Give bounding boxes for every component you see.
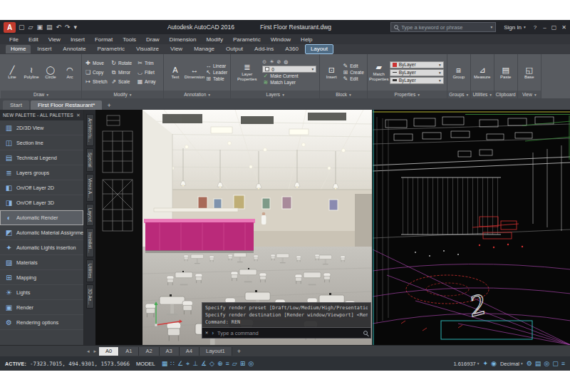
palette-side-tab[interactable]: Layout <box>86 204 94 226</box>
minimize-button[interactable]: – <box>543 24 546 31</box>
palette-item[interactable]: ▣ Render <box>0 300 83 315</box>
ribbon-button[interactable]: ≋ Match Layer <box>262 80 316 86</box>
annotation-scale-control[interactable]: 1.616937 ▾ <box>453 361 479 367</box>
layout-prev-icon[interactable]: ◂ <box>86 349 91 354</box>
panel-label-utilities[interactable]: Utilities▾ <box>471 91 494 98</box>
ortho-icon[interactable]: ⊥ <box>192 360 198 367</box>
autoscale-icon[interactable]: ◉ <box>491 360 497 367</box>
palette-item[interactable]: ◧ On/Off Layer 2D <box>0 180 83 195</box>
menu-item[interactable]: Dimension <box>165 36 202 43</box>
ribbon-tab[interactable]: A360 <box>280 45 304 53</box>
ribbon-button[interactable]: ⊿ Measure <box>474 66 491 80</box>
ribbon-button[interactable]: ↔ Linear <box>205 63 227 69</box>
layer-combo[interactable]: 0 ▾ <box>262 66 316 73</box>
save-icon[interactable]: ▣ <box>36 24 43 31</box>
bylayer-combo[interactable]: ByLayer ▾ <box>390 69 444 76</box>
palette-item[interactable]: ◐ Automatic Render <box>0 210 83 225</box>
qat-dropdown-icon[interactable]: ▾ <box>74 24 78 31</box>
palette-side-tab[interactable]: 3D Ae... <box>86 284 94 309</box>
ribbon-tab[interactable]: Parametric <box>92 45 130 53</box>
ribbon-tab[interactable]: Add-ins <box>249 45 279 53</box>
bylayer-combo[interactable]: ByLayer ▾ <box>390 61 444 68</box>
command-close-icon[interactable]: ✕ <box>205 330 208 336</box>
clean-screen-icon[interactable]: ▢ <box>552 360 559 367</box>
palette-item[interactable]: ⚙ Rendering options <box>0 315 83 330</box>
menu-item[interactable]: Tools <box>118 36 141 43</box>
selection-cycling-icon[interactable]: ⊞ <box>240 360 246 367</box>
panel-label-block[interactable]: Block▾ <box>320 91 367 98</box>
ribbon-button[interactable]: ⧈ Group <box>450 66 467 80</box>
ribbon-button[interactable]: A Text <box>167 66 184 80</box>
layout-next-icon[interactable]: ▸ <box>93 349 98 354</box>
palette-side-tab[interactable]: Utilities <box>86 259 94 282</box>
maximize-button[interactable]: ▢ <box>551 24 557 31</box>
ribbon-button[interactable]: ◱ Base <box>521 66 538 80</box>
plot-icon[interactable]: ▤ <box>46 24 53 31</box>
menu-item[interactable]: Format <box>90 36 118 43</box>
palette-side-tab[interactable]: Architectu... <box>86 114 94 146</box>
undo-icon[interactable]: ↶ <box>56 24 61 31</box>
ribbon-tab[interactable]: Layout <box>305 44 333 54</box>
insert-block-button[interactable]: ⊡ Insert <box>323 66 340 80</box>
panel-label-view[interactable]: View▾ <box>518 91 541 98</box>
ribbon-tab[interactable]: Manage <box>189 45 219 53</box>
ribbon-tab[interactable]: Output <box>221 45 248 53</box>
quick-properties-icon[interactable]: ▤ <box>535 360 542 367</box>
menu-item[interactable]: Window <box>266 36 296 43</box>
infocenter-search[interactable]: Type a keyword or phrase ▾ <box>390 22 496 32</box>
ribbon-tab[interactable]: View <box>165 45 187 53</box>
isolate-objects-icon[interactable]: ◎ <box>544 360 549 367</box>
menu-item[interactable]: Draw <box>141 36 165 43</box>
file-tab[interactable]: First Floor Restaurant* <box>31 100 102 110</box>
model-space-toggle[interactable]: MODEL <box>133 360 158 368</box>
layout-tab[interactable]: A3 <box>160 347 180 356</box>
ribbon-button[interactable]: ◠ Arc <box>61 66 78 80</box>
palette-item[interactable]: ▤ Technical Legend <box>0 150 83 165</box>
ribbon-button[interactable]: ✓ Make Current <box>262 73 316 79</box>
autocad-logo-icon[interactable]: A <box>4 22 16 33</box>
left-wireframe-region[interactable] <box>95 110 142 345</box>
palette-item[interactable]: ☀ Lights <box>0 285 83 300</box>
ribbon-button[interactable]: ❏ Copy <box>85 70 110 76</box>
dynamic-input-icon[interactable]: ⌖ <box>186 360 190 368</box>
new-tab-button[interactable]: + <box>103 101 114 110</box>
layer-lock-icon[interactable]: ⊘ <box>276 59 281 65</box>
wireframe-viewport[interactable]: 2 <box>372 110 570 345</box>
ribbon-button[interactable]: ◡ Fillet <box>137 70 160 76</box>
palette-side-tab[interactable]: Views A... <box>86 174 94 202</box>
panel-label-clipboard[interactable]: Clipboard <box>494 91 517 98</box>
ribbon-tab[interactable]: Insert <box>32 45 56 53</box>
panel-label-draw[interactable]: Draw▾ <box>1 91 81 98</box>
units-control[interactable]: Decimal ▾ <box>500 361 523 367</box>
new-file-icon[interactable]: ▢ <box>19 24 25 31</box>
menu-item[interactable]: Parametric <box>228 36 266 43</box>
layer-freeze-icon[interactable]: ☀ <box>269 59 274 65</box>
layout-tab[interactable]: A1 <box>119 347 139 356</box>
menu-item[interactable]: Insert <box>66 36 90 43</box>
customization-icon[interactable]: ≡ <box>561 360 565 367</box>
palette-item[interactable]: ▥ 2D/3D View <box>0 120 83 135</box>
layout-tab[interactable]: A4 <box>180 347 200 356</box>
grid-icon[interactable]: ▦ <box>162 360 168 367</box>
polar-tracking-icon[interactable]: ∡ <box>201 360 207 367</box>
layer-color-icon[interactable]: ◍ <box>284 59 288 65</box>
menu-item[interactable]: Modify <box>201 36 228 43</box>
transparency-icon[interactable]: ▱ <box>232 360 237 367</box>
palette-side-tab[interactable]: Installati... <box>86 228 94 257</box>
palette-side-tab[interactable]: Special <box>86 148 94 172</box>
isodraft-icon[interactable]: ◇ <box>209 360 214 367</box>
ribbon-button[interactable]: ⇗ Scale <box>110 79 137 85</box>
layout-tab[interactable]: A2 <box>139 347 159 356</box>
layer-on-icon[interactable]: ⊙ <box>262 59 266 65</box>
menu-item[interactable]: Edit <box>24 36 43 43</box>
layout-tab[interactable]: A0 <box>99 347 119 356</box>
ribbon-button[interactable]: ✎ Edit <box>342 63 364 69</box>
ribbon-tab[interactable]: Annotate <box>58 45 90 53</box>
ribbon-button[interactable]: ✂ Trim <box>137 61 160 66</box>
ribbon-button[interactable]: ↻ Rotate <box>110 61 137 66</box>
snap-icon[interactable]: ∷ <box>170 360 175 367</box>
ribbon-button[interactable]: ▦ Array <box>137 79 160 85</box>
palette-item[interactable]: ≣ Layers groups <box>0 165 83 180</box>
drawing-area[interactable]: 2 Specify render preset [Draft/Low/Mediu… <box>95 110 570 345</box>
palette-close-icon[interactable]: ✕ <box>76 113 81 118</box>
